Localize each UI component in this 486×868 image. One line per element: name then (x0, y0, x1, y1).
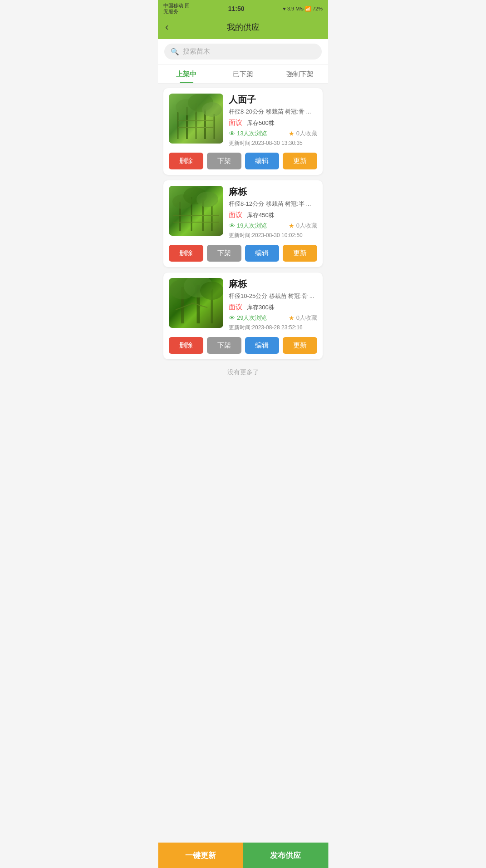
eye-icon-1: 👁 (229, 130, 235, 137)
card-info-2: 麻栎 杆径8-12公分 移栽苗 树冠:半 ... 面议 库存450株 👁 19人… (229, 186, 317, 239)
product-list: 人面子 杆径8-20公分 移栽苗 树冠:骨 ... 面议 库存500株 👁 13… (158, 84, 328, 415)
delist-button-1[interactable]: 下架 (207, 153, 241, 169)
wifi-icon: 📶 (305, 6, 311, 12)
stats-row-1: 👁 13人次浏览 ★ 0人收藏 (229, 129, 317, 138)
product-card-1: 人面子 杆径8-20公分 移栽苗 树冠:骨 ... 面议 库存500株 👁 13… (163, 88, 323, 175)
product-image-1 (169, 94, 223, 144)
price-row-3: 面议 库存300株 (229, 303, 317, 312)
product-image-3 (169, 278, 223, 328)
card-body-1: 人面子 杆径8-20公分 移栽苗 树冠:骨 ... 面议 库存500株 👁 13… (163, 88, 323, 153)
card-actions-2: 删除 下架 编辑 更新 (163, 245, 323, 267)
card-info-3: 麻栎 杆径10-25公分 移栽苗 树冠:骨 ... 面议 库存300株 👁 29… (229, 278, 317, 332)
publish-button[interactable]: 发布供应 (243, 843, 329, 868)
carrier-info: 中国移动 回 无服务 (163, 3, 190, 15)
product-price-1: 面议 (229, 119, 242, 127)
delist-button-3[interactable]: 下架 (207, 337, 241, 354)
search-placeholder: 搜索苗木 (183, 47, 210, 56)
time-label: 11:50 (228, 5, 245, 12)
product-stock-3: 库存300株 (247, 303, 275, 312)
product-favorites-2: ★ 0人收藏 (289, 222, 317, 230)
delete-button-3[interactable]: 删除 (169, 337, 203, 354)
stats-row-3: 👁 29人次浏览 ★ 0人收藏 (229, 314, 317, 322)
no-more-label: 没有更多了 (163, 365, 323, 378)
bottom-bar: 一键更新 发布供应 (158, 843, 328, 868)
update-time-2: 更新时间:2023-08-30 10:02:50 (229, 232, 317, 239)
product-favorites-3: ★ 0人收藏 (289, 314, 317, 322)
update-time-3: 更新时间:2023-08-28 23:52:16 (229, 324, 317, 332)
svg-line-28 (176, 303, 194, 310)
header: ‹ 我的供应 (158, 16, 328, 39)
edit-button-2[interactable]: 编辑 (245, 245, 280, 262)
product-card-2: 麻栎 杆径8-12公分 移栽苗 树冠:半 ... 面议 库存450株 👁 19人… (163, 180, 323, 267)
product-title-1: 人面子 (229, 94, 317, 106)
search-bar: 🔍 搜索苗木 (158, 39, 328, 64)
update-time-1: 更新时间:2023-08-30 13:30:35 (229, 139, 317, 147)
product-favorites-1: ★ 0人收藏 (289, 129, 317, 138)
price-row-2: 面议 库存450株 (229, 211, 317, 219)
svg-point-27 (200, 282, 223, 300)
tab-bar: 上架中 已下架 强制下架 (158, 64, 328, 84)
product-card-3: 麻栎 杆径10-25公分 移栽苗 树冠:骨 ... 面议 库存300株 👁 29… (163, 273, 323, 359)
tab-active[interactable]: 上架中 (158, 64, 215, 83)
stats-row-2: 👁 19人次浏览 ★ 0人收藏 (229, 222, 317, 230)
price-row-1: 面议 库存500株 (229, 119, 317, 127)
page-title: 我的供应 (227, 22, 260, 33)
product-title-2: 麻栎 (229, 186, 317, 198)
svg-point-10 (202, 102, 222, 117)
delete-button-1[interactable]: 删除 (169, 153, 203, 169)
product-price-3: 面议 (229, 303, 242, 312)
delete-button-2[interactable]: 删除 (169, 245, 203, 262)
update-button-3[interactable]: 更新 (283, 337, 317, 354)
carrier-label: 中国移动 回 (163, 3, 190, 9)
star-icon-3: ★ (289, 314, 295, 322)
update-button-1[interactable]: 更新 (283, 153, 317, 169)
speed-label: 3.9 M/s (287, 6, 304, 11)
edit-button-1[interactable]: 编辑 (245, 153, 280, 169)
product-price-2: 面议 (229, 211, 242, 219)
product-image-2 (169, 186, 223, 236)
card-body-3: 麻栎 杆径10-25公分 移栽苗 树冠:骨 ... 面议 库存300株 👁 29… (163, 273, 323, 337)
eye-icon-2: 👁 (229, 222, 235, 229)
no-service-label: 无服务 (163, 9, 190, 15)
tab-forced[interactable]: 强制下架 (271, 64, 328, 83)
tab-delisted[interactable]: 已下架 (215, 64, 271, 83)
card-actions-1: 删除 下架 编辑 更新 (163, 153, 323, 175)
product-stock-2: 库存450株 (247, 211, 275, 219)
heart-icon: ♥ (283, 6, 286, 11)
product-views-3: 👁 29人次浏览 (229, 314, 267, 322)
card-body-2: 麻栎 杆径8-12公分 移栽苗 树冠:半 ... 面议 库存450株 👁 19人… (163, 180, 323, 245)
eye-icon-3: 👁 (229, 314, 235, 322)
card-info-1: 人面子 杆径8-20公分 移栽苗 树冠:骨 ... 面议 库存500株 👁 13… (229, 94, 317, 147)
star-icon-1: ★ (289, 130, 295, 137)
batch-update-button[interactable]: 一键更新 (158, 843, 243, 868)
search-icon: 🔍 (171, 48, 179, 56)
product-desc-1: 杆径8-20公分 移栽苗 树冠:骨 ... (229, 108, 317, 116)
status-bar: 中国移动 回 无服务 11:50 ♥ 3.9 M/s 📶 72% (158, 0, 328, 16)
star-icon-2: ★ (289, 222, 295, 229)
product-views-2: 👁 19人次浏览 (229, 222, 267, 230)
card-actions-3: 删除 下架 编辑 更新 (163, 337, 323, 359)
edit-button-3[interactable]: 编辑 (245, 337, 280, 354)
product-title-3: 麻栎 (229, 278, 317, 290)
product-stock-1: 库存500株 (247, 119, 275, 127)
search-input-wrap[interactable]: 🔍 搜索苗木 (164, 44, 322, 60)
update-button-2[interactable]: 更新 (283, 245, 317, 262)
svg-point-20 (196, 192, 218, 207)
product-desc-2: 杆径8-12公分 移栽苗 树冠:半 ... (229, 200, 317, 208)
back-button[interactable]: ‹ (165, 21, 168, 33)
product-desc-3: 杆径10-25公分 移栽苗 树冠:骨 ... (229, 292, 317, 300)
status-right: ♥ 3.9 M/s 📶 72% (283, 6, 323, 12)
battery-label: 72% (313, 6, 323, 11)
product-views-1: 👁 13人次浏览 (229, 129, 267, 138)
delist-button-2[interactable]: 下架 (207, 245, 241, 262)
